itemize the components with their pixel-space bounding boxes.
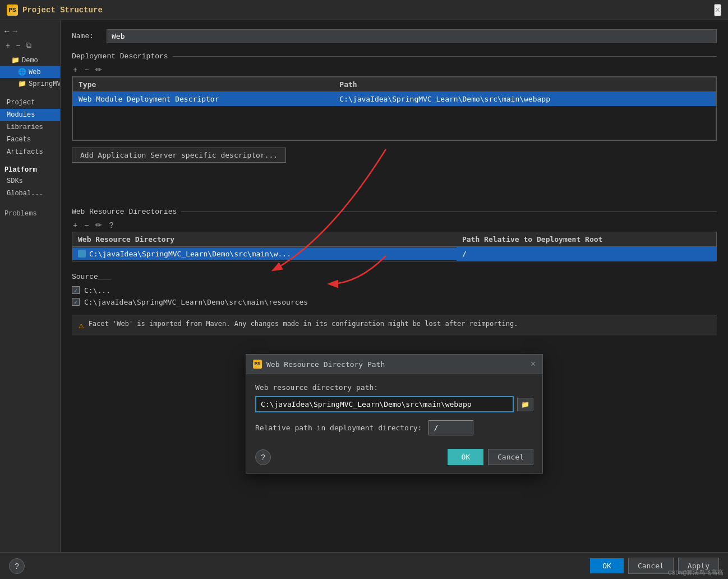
checkbox-1[interactable]: ✓ (72, 286, 80, 294)
problems-section[interactable]: Problems (0, 206, 60, 221)
checkbox-2[interactable]: ✓ (72, 298, 80, 306)
resource-section-line (181, 212, 717, 212)
spacer (72, 174, 717, 208)
content-wrapper: Name: Deployment Descriptors + − ✏ (61, 20, 728, 552)
title-bar-left: PS Project Structure (7, 4, 103, 16)
name-row: Name: (72, 29, 717, 43)
folder-icon: 📁 (11, 56, 20, 65)
bottom-bar: ? OK Cancel Apply (0, 552, 728, 579)
col-web-dir: Web Resource Directory (72, 232, 457, 247)
nav-label-modules: Modules (7, 111, 35, 119)
relative-path-input[interactable] (428, 420, 473, 435)
nav-label-global: Global... (7, 190, 43, 197)
source-item-2: ✓ C:\javaIdea\SpringMVC_Learn\Demo\src\m… (72, 296, 717, 308)
modal-title-text: Web Resource Directory Path (266, 360, 385, 369)
resource-row-selected: C:\javaIdea\SpringMVC_Learn\Demo\src\mai… (72, 247, 457, 260)
table-empty-row (73, 106, 716, 140)
back-arrow[interactable]: ← (4, 27, 9, 36)
sidebar-item-facets[interactable]: Facets (0, 134, 60, 146)
add-server-button[interactable]: Add Application Server specific descript… (72, 148, 286, 163)
modal-ok-button[interactable]: OK (448, 449, 483, 465)
tree-item-springmvc[interactable]: 📁 SpringMVC_Lea... (0, 78, 60, 90)
modal-icon-label: PS (255, 361, 261, 367)
modal-close-button[interactable]: × (531, 359, 536, 369)
browse-button[interactable]: 📁 (517, 398, 533, 411)
relative-path-row: Relative path in deployment directory: (255, 420, 533, 435)
directory-path-row: 📁 (255, 396, 533, 412)
relative-path-label: Relative path in deployment directory: (255, 424, 422, 432)
resource-section-title: Web Resource Directories (72, 208, 177, 216)
tree-label-springmvc: SpringMVC_Lea... (29, 80, 60, 88)
deployment-add-btn[interactable]: + (72, 65, 79, 74)
directory-path-input[interactable] (255, 396, 514, 412)
web-resource-dialog: PS Web Resource Directory Path × Web res… (246, 354, 543, 474)
platform-section[interactable]: Platform (0, 163, 60, 175)
sidebar-remove-btn[interactable]: − (15, 41, 21, 50)
sidebar-item-project[interactable]: Project (0, 96, 60, 109)
watermark: CSDN@算法鸟飞高高 (668, 568, 724, 577)
title-bar: PS Project Structure × (0, 0, 728, 20)
deployment-toolbar: + − ✏ (72, 65, 717, 74)
col-rel-path: Path Relative to Deployment Root (457, 232, 716, 247)
sidebar: ← → + − ⧉ 📁 Demo 🌐 Web 📁 SpringMVC_Lea..… (0, 20, 61, 552)
source-path-1: C:\... (84, 286, 110, 295)
folder-icon-2: 📁 (18, 80, 26, 88)
table-row[interactable]: Web Module Deployment Descriptor C:\java… (73, 92, 716, 107)
nav-label-project: Project (7, 99, 35, 107)
resource-dir-cell: C:\javaIdea\SpringMVC_Learn\Demo\src\mai… (72, 246, 457, 261)
sidebar-copy-btn[interactable]: ⧉ (25, 40, 33, 50)
modal-action-buttons: OK Cancel (448, 449, 533, 465)
resource-remove-btn[interactable]: − (83, 220, 90, 229)
resource-table: Web Resource Directory Path Relative to … (72, 232, 716, 261)
modal-help-button[interactable]: ? (255, 449, 271, 465)
deployment-table-container: Type Path Web Module Deployment Descript… (72, 76, 717, 141)
resource-dir-text: C:\javaIdea\SpringMVC_Learn\Demo\src\mai… (89, 250, 291, 258)
icon-label: PS (8, 7, 16, 13)
resource-table-row[interactable]: C:\javaIdea\SpringMVC_Learn\Demo\src\mai… (72, 246, 716, 261)
name-input[interactable] (107, 29, 717, 43)
col-path: Path (334, 77, 716, 92)
deployment-section-title: Deployment Descriptors (72, 52, 168, 61)
modal-cancel-button[interactable]: Cancel (488, 449, 533, 465)
resource-help-btn[interactable]: ? (108, 220, 114, 229)
nav-label-artifacts: Artifacts (7, 148, 43, 156)
bottom-left: ? (9, 558, 25, 574)
nav-label-sdks: SDKs (7, 177, 23, 185)
cell-path: C:\javaIdea\SpringMVC_Learn\Demo\src\mai… (334, 92, 716, 107)
sidebar-add-btn[interactable]: + (4, 41, 11, 50)
modal-title-bar: PS Web Resource Directory Path × (246, 355, 542, 374)
sidebar-item-global[interactable]: Global... (0, 187, 60, 200)
resource-rel-cell: / (457, 246, 716, 261)
deployment-remove-btn[interactable]: − (83, 65, 90, 74)
nav-label-facets: Facets (7, 136, 31, 144)
source-section: Source___ ✓ C:\... ✓ C:\javaIdea\SpringM… (72, 273, 717, 308)
tree-item-web[interactable]: 🌐 Web (0, 66, 60, 78)
nav-arrows: ← → (0, 25, 60, 38)
forward-arrow[interactable]: → (12, 27, 17, 36)
sidebar-item-modules[interactable]: Modules (0, 109, 60, 121)
sidebar-tree: 📁 Demo 🌐 Web 📁 SpringMVC_Lea... (0, 54, 60, 90)
window-title: Project Structure (22, 6, 103, 15)
warning-icon: ⚠ (79, 320, 84, 331)
modal-title-left: PS Web Resource Directory Path (253, 360, 385, 369)
cancel-button[interactable]: Cancel (628, 558, 674, 574)
sidebar-toolbar: + − ⧉ (0, 38, 60, 52)
source-label: Source___ (72, 273, 717, 281)
module-icon: 🌐 (18, 68, 26, 76)
resource-add-btn[interactable]: + (72, 220, 79, 229)
ok-button[interactable]: OK (590, 558, 624, 573)
sidebar-item-artifacts[interactable]: Artifacts (0, 146, 60, 158)
resource-table-container: Web Resource Directory Path Relative to … (72, 232, 717, 261)
sidebar-item-sdks[interactable]: SDKs (0, 175, 60, 187)
close-button[interactable]: × (714, 4, 721, 16)
deployment-edit-btn[interactable]: ✏ (94, 65, 103, 74)
resource-edit-btn[interactable]: ✏ (94, 220, 103, 229)
help-button[interactable]: ? (9, 558, 25, 574)
modal-body: Web resource directory path: 📁 Relative … (246, 374, 542, 444)
content-area: Name: Deployment Descriptors + − ✏ (61, 20, 728, 344)
modal-title-icon: PS (253, 360, 262, 369)
name-label: Name: (72, 32, 100, 40)
sidebar-item-libraries[interactable]: Libraries (0, 121, 60, 134)
tree-item-demo[interactable]: 📁 Demo (0, 54, 60, 66)
resource-toolbar: + − ✏ ? (72, 220, 717, 229)
